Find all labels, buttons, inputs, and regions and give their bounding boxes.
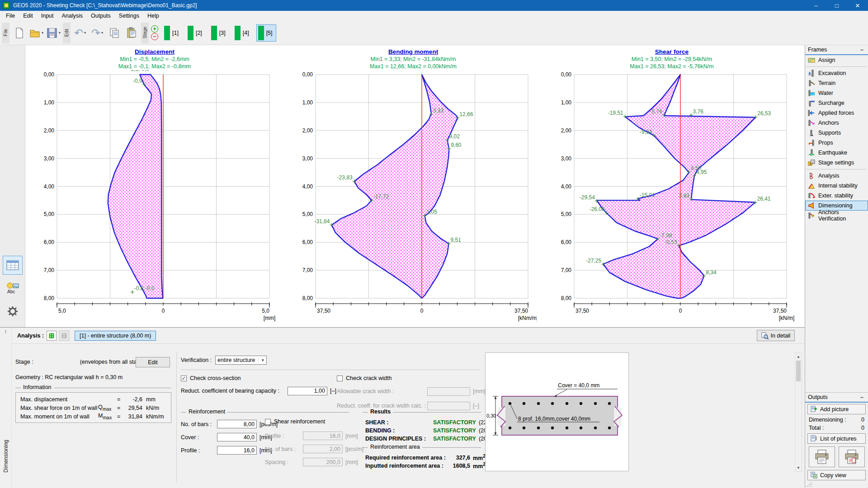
outputs-minimize-icon[interactable]: – xyxy=(859,394,865,400)
panel-handle[interactable]: I xyxy=(0,329,11,334)
menu-outputs[interactable]: Outputs xyxy=(87,12,115,20)
sidebar-item-excavation[interactable]: Excavation xyxy=(805,68,868,78)
in-detail-button[interactable]: In detail xyxy=(757,330,795,341)
sidebar-item-stage-settings[interactable]: 12Stage settings xyxy=(805,158,868,168)
shear-field-input xyxy=(303,458,343,466)
menu-help[interactable]: Help xyxy=(143,12,163,20)
reinforcement-field-input[interactable] xyxy=(217,433,257,441)
copy-view-toolbar-button[interactable] xyxy=(123,24,140,42)
reinforcement-field-label: Cover : xyxy=(181,434,217,441)
area-unit: mm2 xyxy=(473,454,486,461)
sidebar-item-terrain[interactable]: Terrain xyxy=(805,78,868,88)
new-file-button[interactable] xyxy=(11,24,27,42)
svg-text:5,0: 5,0 xyxy=(262,308,269,314)
redo-button[interactable]: ↷▾ xyxy=(89,24,105,42)
stage-tab-label: [5] xyxy=(266,30,273,36)
reinforcement-field-input[interactable] xyxy=(217,420,257,428)
result-row: SHEAR :SATISFACTORY(22,1%) xyxy=(365,418,499,427)
list-of-pictures-button[interactable]: List of pictures xyxy=(807,433,866,444)
remove-stage-button[interactable]: − xyxy=(151,33,158,40)
reduct-coefficient-input[interactable] xyxy=(288,387,327,395)
add-stage-button[interactable]: + xyxy=(151,25,158,33)
stage-tab-4[interactable]: [4] xyxy=(233,24,253,42)
sidebar-separator xyxy=(806,169,867,169)
undo-dropdown-caret[interactable]: ▾ xyxy=(84,31,86,35)
crack-field-row: Allowable crack width :[mm] xyxy=(337,384,486,399)
redo-dropdown-caret[interactable]: ▾ xyxy=(101,31,103,35)
print-selection-button[interactable] xyxy=(839,446,865,467)
menu-file[interactable]: File xyxy=(2,12,19,20)
svg-text:0: 0 xyxy=(679,308,682,314)
save-dropdown-caret[interactable]: ▾ xyxy=(59,31,61,35)
reinforcement-field-input[interactable] xyxy=(217,446,257,455)
scrollbar-thumb[interactable] xyxy=(796,361,801,381)
chart-value-label: -5,76 xyxy=(650,108,663,115)
frames-minimize-icon[interactable]: – xyxy=(859,47,865,53)
sidebar-item-props[interactable]: Props xyxy=(805,138,868,148)
chart-value-label: -0,53 xyxy=(665,239,677,245)
check-cross-section-row[interactable]: ✓ Check cross-section xyxy=(181,373,241,383)
sidebar-item-analysis[interactable]: Analysis xyxy=(805,171,868,181)
graph-settings-button[interactable] xyxy=(3,302,23,321)
copy-picture-button[interactable] xyxy=(106,24,123,42)
check-crack-width-checkbox[interactable] xyxy=(337,375,343,381)
form-scrollbar[interactable]: ▲ ▼ xyxy=(795,352,802,472)
table-view-button[interactable] xyxy=(3,256,23,275)
sidebar-item-surcharge[interactable]: Surcharge xyxy=(805,98,868,108)
sidebar-item-label: Earthquake xyxy=(818,150,847,156)
shear-reinforcement-checkbox[interactable] xyxy=(265,419,271,425)
sidebar-item-assign[interactable]: Assign xyxy=(805,55,868,65)
results-group: Results xyxy=(363,412,481,413)
copy-icon xyxy=(108,27,120,39)
info-value: -2,6 xyxy=(124,396,142,403)
sidebar-item-earthquake[interactable]: Earthquake xyxy=(805,148,868,158)
verification-select[interactable]: entire structure ▼ xyxy=(215,356,267,365)
shear-field-unit: [pcs/m] xyxy=(345,446,363,452)
sidebar-item-exter-stability[interactable]: Exter. stability xyxy=(805,191,868,201)
picture-settings-button[interactable]: Abc xyxy=(3,279,23,298)
menu-settings[interactable]: Settings xyxy=(115,12,143,20)
scroll-up-icon[interactable]: ▲ xyxy=(795,353,802,360)
sidebar-item-anchors-verification[interactable]: Anchors Verification xyxy=(805,211,868,221)
close-button[interactable]: ✕ xyxy=(847,0,868,11)
stage-indicator xyxy=(164,26,170,40)
menu-analysis[interactable]: Analysis xyxy=(58,12,87,20)
stage-tab-5[interactable]: [5] xyxy=(256,24,276,42)
minimize-button[interactable]: – xyxy=(806,0,826,11)
maximize-button[interactable]: □ xyxy=(826,0,847,11)
edit-stage-button[interactable]: Edit xyxy=(136,357,170,367)
resize-grip[interactable] xyxy=(807,482,812,487)
svg-text:5,00: 5,00 xyxy=(561,211,572,217)
add-picture-button[interactable]: Add picture xyxy=(807,404,866,414)
sidebar-item-applied-forces[interactable]: Applied forces xyxy=(805,108,868,118)
stage-tab-2[interactable]: [2] xyxy=(186,24,206,42)
chart-value-label: -1,1;-0,6 xyxy=(129,70,149,72)
undo-button[interactable]: ↶▾ xyxy=(72,24,88,42)
result-row: DESIGN PRINCIPLES :SATISFACTORY(20,4%) xyxy=(365,435,499,443)
sidebar-item-internal-stability[interactable]: Internal stability xyxy=(805,181,868,191)
remove-analysis-button[interactable]: ⊟ xyxy=(59,331,69,341)
sidebar-item-water[interactable]: Water xyxy=(805,88,868,98)
open-file-button[interactable]: ▾ xyxy=(28,24,44,42)
menu-input[interactable]: Input xyxy=(37,12,58,20)
copy-view-button[interactable]: Copy view xyxy=(807,470,866,480)
check-cross-section-checkbox[interactable]: ✓ xyxy=(181,375,187,381)
add-analysis-button[interactable]: ⊞ xyxy=(47,331,57,341)
bending-moment-plot: 0,001,002,003,004,005,006,007,008,0037,5… xyxy=(284,70,537,322)
scroll-down-icon[interactable]: ▼ xyxy=(795,464,802,471)
check-crack-width-row[interactable]: Check crack width xyxy=(337,373,392,383)
stage-tab-1[interactable]: [1] xyxy=(162,24,182,42)
stage-tab-3[interactable]: [3] xyxy=(209,24,229,42)
info-name: Max. moment on 1m of wall xyxy=(20,413,98,420)
print-button[interactable] xyxy=(809,446,835,467)
menu-edit[interactable]: Edit xyxy=(19,12,37,20)
open-dropdown-caret[interactable]: ▾ xyxy=(42,31,43,35)
sidebar-item-anchors[interactable]: Anchors xyxy=(805,118,868,128)
supports-icon xyxy=(808,129,816,137)
svg-text:Abc: Abc xyxy=(7,289,15,294)
shear-reinforcement-row[interactable]: Shear reinforcement xyxy=(265,417,325,427)
save-button[interactable]: ▾ xyxy=(45,24,61,42)
sidebar-item-supports[interactable]: Supports xyxy=(805,128,868,138)
analysis-tab[interactable]: [1] - entire structure (8,00 m) xyxy=(75,331,156,341)
area-value: 1608,5 xyxy=(450,463,470,469)
